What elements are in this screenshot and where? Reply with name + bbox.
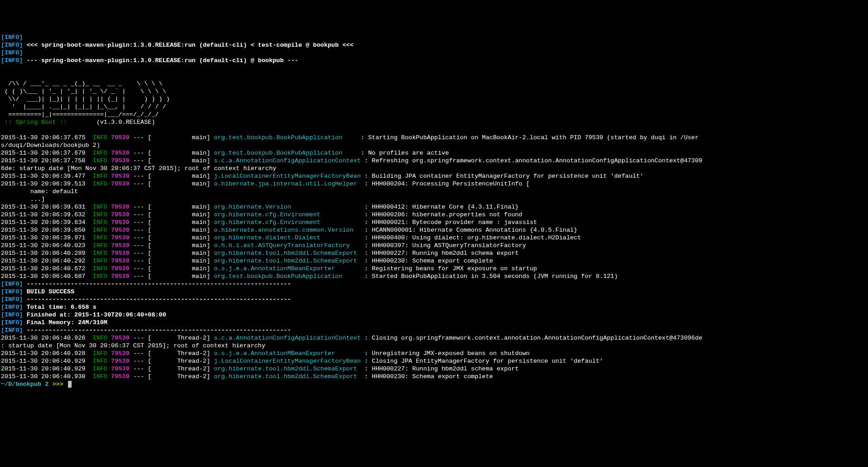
maven-info-tag: [INFO] bbox=[1, 319, 23, 326]
log-timestamp: 2015-11-30 20:06:37.758 bbox=[1, 157, 85, 164]
log-logger: org.hibernate.Version bbox=[214, 204, 361, 210]
log-timestamp: 2015-11-30 20:06:40.687 bbox=[1, 273, 85, 280]
log-logger: o.hibernate.annotations.common.Version bbox=[214, 227, 361, 234]
log-timestamp: 2015-11-30 20:06:40.926 bbox=[1, 335, 85, 341]
maven-info-tag: [INFO] bbox=[1, 304, 23, 311]
log-pid: 79539 bbox=[111, 242, 130, 249]
log-level: INFO bbox=[93, 250, 107, 257]
log-level: INFO bbox=[93, 358, 107, 365]
log-message: : No profiles are active bbox=[361, 150, 449, 156]
maven-info-tag: [INFO] bbox=[1, 34, 23, 41]
log-logger: j.LocalContainerEntityManagerFactoryBean bbox=[214, 358, 361, 365]
build-dashline: ----------------------------------------… bbox=[23, 281, 291, 287]
spring-banner-art-4: =========|_|==============|___/===/_/_/_… bbox=[1, 111, 159, 118]
log-timestamp: 2015-11-30 20:06:39.631 bbox=[1, 204, 85, 210]
log-level: INFO bbox=[93, 350, 107, 357]
prompt-arrows[interactable]: >>> bbox=[48, 381, 67, 388]
build-dashline: ----------------------------------------… bbox=[23, 296, 291, 303]
log-message: : HHH000230: Schema export complete bbox=[361, 258, 493, 264]
log-level: INFO bbox=[93, 219, 107, 226]
log-continuation: 6de: startup date [Mon Nov 30 20:06:37 C… bbox=[1, 165, 276, 172]
log-level: INFO bbox=[93, 373, 107, 380]
log-logger: org.hibernate.dialect.Dialect bbox=[214, 234, 361, 241]
cursor-icon[interactable] bbox=[68, 381, 72, 388]
log-message: : Building JPA container EntityManagerFa… bbox=[361, 173, 644, 180]
log-message: : Registering beans for JMX exposure on … bbox=[361, 265, 537, 272]
maven-run-header: <<< spring-boot-maven-plugin:1.3.0.RELEA… bbox=[23, 42, 354, 49]
log-timestamp: 2015-11-30 20:06:40.928 bbox=[1, 350, 85, 357]
log-timestamp: 2015-11-30 20:06:40.929 bbox=[1, 365, 85, 372]
log-timestamp: 2015-11-30 20:06:39.634 bbox=[1, 219, 85, 226]
log-level: INFO bbox=[93, 204, 107, 210]
maven-info-tag: [INFO] bbox=[1, 57, 23, 64]
log-timestamp: 2015-11-30 20:06:40.289 bbox=[1, 250, 85, 257]
log-pid: 79539 bbox=[111, 373, 130, 380]
log-message: : HCANN000001: Hibernate Commons Annotat… bbox=[361, 227, 577, 234]
spring-boot-version: (v1.3.0.RELEASE) bbox=[67, 119, 155, 126]
log-logger: o.hibernate.jpa.internal.util.LogHelper bbox=[214, 180, 361, 187]
build-total-time: Total time: 6.658 s bbox=[23, 304, 97, 311]
log-timestamp: 2015-11-30 20:06:39.632 bbox=[1, 211, 85, 218]
maven-info-tag: [INFO] bbox=[1, 296, 23, 303]
log-logger: o.s.j.e.a.AnnotationMBeanExporter bbox=[214, 350, 361, 357]
log-logger: s.c.a.AnnotationConfigApplicationContext bbox=[214, 335, 361, 341]
log-pid: 79539 bbox=[111, 350, 130, 357]
spring-banner-art-2: \\/ ___)| |_)| | | | | || (_| | ) ) ) ) bbox=[1, 96, 170, 102]
spring-banner-art-0: /\\ / ___'_ __ _ _(_)_ __ __ _ \ \ \ \ bbox=[1, 80, 162, 87]
log-message: : Started BookPubApplication in 3.504 se… bbox=[361, 273, 618, 280]
log-timestamp: 2015-11-30 20:06:39.477 bbox=[1, 173, 85, 180]
log-level: INFO bbox=[93, 150, 107, 156]
log-level: INFO bbox=[93, 211, 107, 218]
log-timestamp: 2015-11-30 20:06:40.930 bbox=[1, 373, 85, 380]
log-pid: 79539 bbox=[111, 219, 130, 226]
log-continuation: ...] bbox=[1, 196, 45, 203]
log-pid: 79539 bbox=[111, 227, 130, 234]
log-message: : HHH000400: Using dialect: org.hibernat… bbox=[361, 234, 581, 241]
maven-info-tag: [INFO] bbox=[1, 49, 23, 56]
log-logger: org.test.bookpub.BookPubApplication bbox=[214, 150, 361, 156]
log-continuation: s/duqi/Downloads/bookpub 2) bbox=[1, 142, 100, 149]
log-pid: 79539 bbox=[111, 173, 130, 180]
log-level: INFO bbox=[93, 242, 107, 249]
log-timestamp: 2015-11-30 20:06:40.292 bbox=[1, 258, 85, 264]
log-message: : HHH000204: Processing PersistenceUnitI… bbox=[361, 180, 530, 187]
log-pid: 79539 bbox=[111, 150, 130, 156]
log-timestamp: 2015-11-30 20:06:39.513 bbox=[1, 180, 85, 187]
log-pid: 79539 bbox=[111, 250, 130, 257]
log-logger: org.hibernate.tool.hbm2ddl.SchemaExport bbox=[214, 258, 361, 264]
log-pid: 79539 bbox=[111, 273, 130, 280]
maven-info-tag: [INFO] bbox=[1, 311, 23, 318]
log-logger: org.hibernate.tool.hbm2ddl.SchemaExport bbox=[214, 373, 361, 380]
log-logger: org.hibernate.cfg.Environment bbox=[214, 219, 361, 226]
log-pid: 79539 bbox=[111, 180, 130, 187]
log-timestamp: 2015-11-30 20:06:40.672 bbox=[1, 265, 85, 272]
log-message: : Starting BookPubApplication on MacBook… bbox=[361, 134, 698, 141]
log-level: INFO bbox=[93, 258, 107, 264]
spring-banner-art-1: ( ( )\___ | '_ | '_| | '_ \/ _` | \ \ \ … bbox=[1, 88, 166, 95]
log-level: INFO bbox=[93, 234, 107, 241]
build-finished-at: Finished at: 2015-11-30T20:06:40+08:00 bbox=[23, 311, 166, 318]
log-logger: j.LocalContainerEntityManagerFactoryBean bbox=[214, 173, 361, 180]
log-level: INFO bbox=[93, 265, 107, 272]
maven-info-tag: [INFO] bbox=[1, 327, 23, 334]
maven-info-tag: [INFO] bbox=[1, 42, 23, 49]
log-level: INFO bbox=[93, 365, 107, 372]
log-logger: o.s.j.e.a.AnnotationMBeanExporter bbox=[214, 265, 361, 272]
log-level: INFO bbox=[93, 180, 107, 187]
log-message: : HHH000397: Using ASTQueryTranslatorFac… bbox=[361, 242, 526, 249]
log-message: : HHH000206: hibernate.properties not fo… bbox=[361, 211, 522, 218]
log-message: : HHH000230: Schema export complete bbox=[361, 373, 493, 380]
terminal-output[interactable]: [INFO] [INFO] <<< spring-boot-maven-plug… bbox=[1, 34, 867, 388]
log-pid: 79539 bbox=[111, 335, 130, 341]
log-timestamp: 2015-11-30 20:06:40.023 bbox=[1, 242, 85, 249]
log-message: : HHH000412: Hibernate Core {4.3.11.Fina… bbox=[361, 204, 519, 210]
log-message: : HHH000227: Running hbm2ddl schema expo… bbox=[361, 250, 519, 257]
log-level: INFO bbox=[93, 335, 107, 341]
log-pid: 79539 bbox=[111, 204, 130, 210]
log-timestamp: 2015-11-30 20:06:37.675 bbox=[1, 134, 85, 141]
log-pid: 79539 bbox=[111, 365, 130, 372]
log-level: INFO bbox=[93, 173, 107, 180]
log-message: : Closing org.springframework.context.an… bbox=[361, 335, 702, 341]
prompt-path-prefix: ~/D/ bbox=[1, 381, 15, 388]
maven-run-header: --- spring-boot-maven-plugin:1.3.0.RELEA… bbox=[23, 57, 299, 64]
